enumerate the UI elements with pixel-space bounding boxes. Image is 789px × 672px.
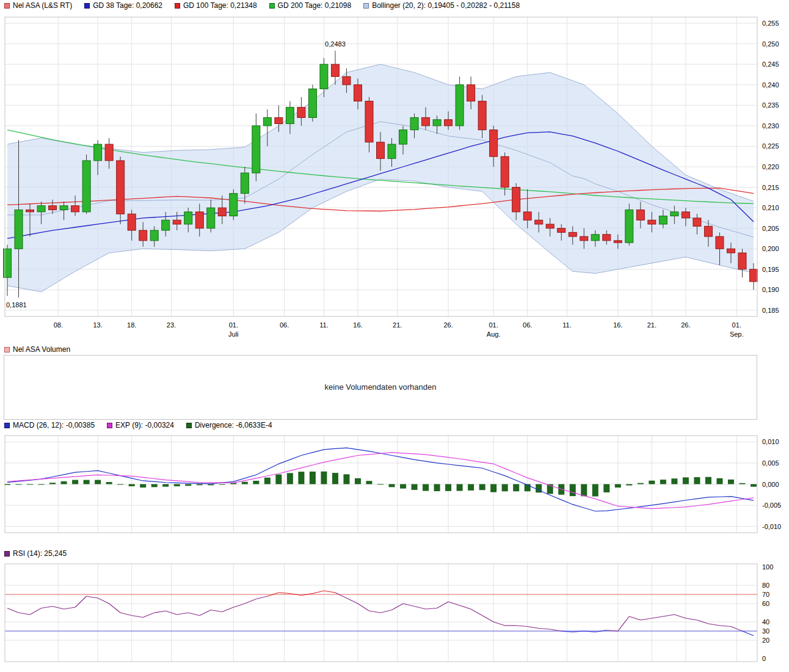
svg-text:11.: 11. — [562, 321, 571, 329]
svg-text:30: 30 — [762, 627, 769, 635]
svg-text:0,195: 0,195 — [762, 266, 779, 273]
macd-line — [7, 448, 754, 511]
legend-item-rsi: RSI (14): 25,245 — [4, 549, 67, 558]
svg-text:18.: 18. — [127, 321, 136, 329]
gd100-swatch-icon — [175, 3, 180, 9]
legend-item-bollinger: Bollinger (20, 2): 0,19405 - 0,20282 - 0… — [363, 1, 520, 10]
legend-item-nel-asa-volumen: Nel ASA Volumen — [4, 345, 70, 354]
svg-text:0,205: 0,205 — [762, 225, 779, 232]
svg-text:100: 100 — [762, 563, 773, 571]
svg-text:23.: 23. — [167, 321, 176, 329]
divergence-swatch-icon — [186, 423, 192, 428]
rsi-swatch-icon — [4, 551, 10, 557]
divergence-label: Divergence: -6,0633E-4 — [195, 421, 272, 429]
rsi-label: RSI (14): 25,245 — [13, 549, 67, 558]
svg-text:13.: 13. — [93, 321, 102, 329]
svg-text:01.: 01. — [489, 321, 498, 329]
svg-text:Juli: Juli — [228, 331, 239, 338]
legend-item-gd100: GD 100 Tage: 0,21348 — [175, 1, 257, 10]
exp-label: EXP (9): -0,00324 — [115, 421, 174, 429]
svg-text:06.: 06. — [280, 321, 289, 329]
svg-text:0,2483: 0,2483 — [325, 40, 346, 48]
svg-text:80: 80 — [762, 582, 769, 589]
svg-text:0,220: 0,220 — [762, 163, 779, 170]
svg-text:0,190: 0,190 — [762, 286, 779, 293]
svg-text:0,200: 0,200 — [762, 245, 779, 252]
bollinger-swatch-icon — [363, 3, 369, 9]
svg-text:0,005: 0,005 — [762, 459, 779, 467]
volume-empty-message: keine Volumendaten vorhanden — [4, 382, 757, 392]
svg-text:0,240: 0,240 — [762, 81, 779, 89]
gd38-swatch-icon — [84, 3, 90, 9]
macd-swatch-icon — [4, 423, 10, 428]
svg-text:60: 60 — [762, 600, 769, 607]
svg-text:40: 40 — [762, 618, 769, 626]
svg-text:70: 70 — [762, 591, 769, 598]
svg-text:21.: 21. — [393, 321, 402, 329]
legend-item-nel-asa: Nel ASA (L&S RT) — [4, 1, 72, 10]
svg-text:-0,005: -0,005 — [762, 502, 781, 509]
nel-asa-swatch-icon — [4, 3, 10, 9]
legend-item-exp: EXP (9): -0,00324 — [107, 421, 174, 429]
svg-text:0,250: 0,250 — [762, 40, 779, 48]
volume-empty-box: keine Volumendaten vorhanden — [4, 355, 757, 420]
macd-chart: 0,0100,0050,000-0,005-0,010 — [0, 431, 789, 548]
legend-item-divergence: Divergence: -6,0633E-4 — [186, 421, 272, 429]
svg-text:06.: 06. — [523, 321, 532, 329]
svg-text:20: 20 — [762, 637, 769, 644]
macd-label: MACD (26, 12): -0,00385 — [13, 421, 95, 429]
macd-lines — [7, 448, 754, 511]
svg-text:26.: 26. — [681, 321, 690, 329]
svg-text:0,010: 0,010 — [762, 438, 779, 445]
bollinger-label: Bollinger (20, 2): 0,19405 - 0,20282 - 0… — [372, 1, 520, 10]
gd38-label: GD 38 Tage: 0,20662 — [93, 1, 162, 10]
exp-swatch-icon — [107, 423, 112, 428]
svg-text:0,225: 0,225 — [762, 142, 779, 150]
svg-text:16.: 16. — [353, 321, 362, 329]
svg-text:0,210: 0,210 — [762, 204, 779, 211]
svg-text:21.: 21. — [647, 321, 656, 329]
svg-text:Aug.: Aug. — [487, 331, 501, 338]
rsi-legend: RSI (14): 25,245 — [0, 548, 789, 559]
macd-legend: MACD (26, 12): -0,00385EXP (9): -0,00324… — [0, 420, 789, 431]
rsi-axis: 1008070604030200 — [762, 563, 773, 662]
svg-text:01.: 01. — [732, 321, 741, 329]
legend-item-gd38: GD 38 Tage: 0,20662 — [84, 1, 162, 10]
gd200-swatch-icon — [269, 3, 275, 9]
volume-legend: Nel ASA Volumen — [0, 344, 789, 355]
gd100-label: GD 100 Tage: 0,21348 — [183, 1, 257, 10]
legend-item-macd: MACD (26, 12): -0,00385 — [4, 421, 95, 429]
macd-axis: 0,0100,0050,000-0,005-0,010 — [762, 438, 781, 530]
svg-text:0,255: 0,255 — [762, 20, 779, 27]
svg-text:0,230: 0,230 — [762, 122, 779, 130]
svg-text:0,1881: 0,1881 — [6, 301, 27, 309]
svg-text:11.: 11. — [319, 321, 328, 329]
svg-text:Sep.: Sep. — [730, 331, 744, 338]
svg-text:0,000: 0,000 — [762, 481, 779, 488]
nel-asa-label: Nel ASA (L&S RT) — [13, 1, 72, 10]
nel-asa-volumen-swatch-icon — [4, 347, 10, 352]
svg-text:0,215: 0,215 — [762, 184, 779, 191]
svg-text:0,245: 0,245 — [762, 60, 779, 68]
svg-text:01.: 01. — [229, 321, 238, 329]
svg-text:0,185: 0,185 — [762, 307, 779, 314]
svg-text:0: 0 — [762, 655, 766, 662]
legend-item-gd200: GD 200 Tage: 0,21098 — [269, 1, 352, 10]
svg-text:08.: 08. — [54, 321, 63, 329]
exp-line — [7, 453, 754, 509]
svg-text:16.: 16. — [613, 321, 622, 329]
nel-asa-volumen-label: Nel ASA Volumen — [13, 345, 70, 354]
rsi-line — [7, 591, 754, 636]
svg-text:-0,010: -0,010 — [762, 523, 781, 530]
chart-page: Nel ASA (L&S RT)GD 38 Tage: 0,20662GD 10… — [0, 0, 789, 672]
rsi-chart: 1008070604030200 — [0, 559, 789, 672]
svg-text:0,235: 0,235 — [762, 101, 779, 109]
price-legend: Nel ASA (L&S RT)GD 38 Tage: 0,20662GD 10… — [0, 0, 789, 11]
price-chart: 0,24830,18810,2550,2500,2450,2400,2350,2… — [0, 11, 789, 344]
svg-text:26.: 26. — [443, 321, 453, 329]
gd200-label: GD 200 Tage: 0,21098 — [278, 1, 352, 10]
